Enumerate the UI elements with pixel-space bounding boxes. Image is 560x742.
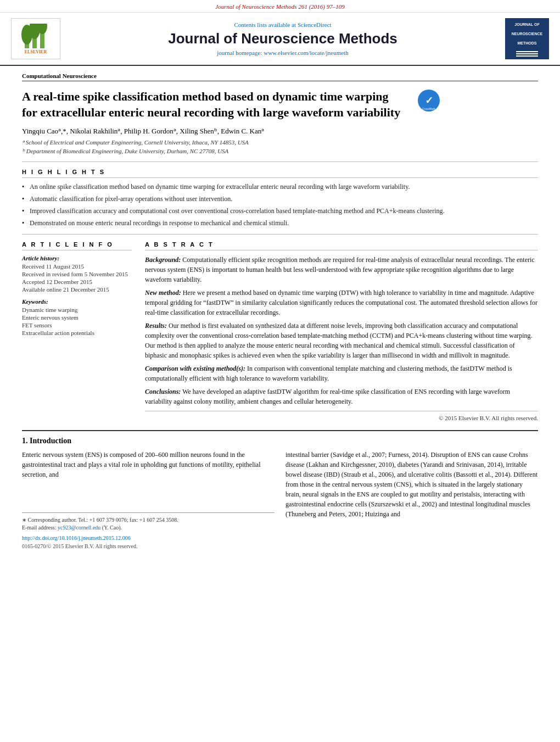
abstract-newmethod: New method: Here we present a method bas… <box>145 288 538 317</box>
elsevier-logo: ELSEVIER <box>11 18 60 59</box>
main-content: Computational Neuroscience A real-time s… <box>0 66 560 561</box>
two-col-section: A R T I C L E I N F O Article history: R… <box>22 241 538 421</box>
section-type: Computational Neuroscience <box>22 72 538 81</box>
conclusions-text: We have developed an adaptive fastDTW al… <box>145 388 510 405</box>
highlights-heading: H I G H L I G H T S <box>22 169 538 178</box>
journal-logo-lines <box>516 50 538 58</box>
intro-right-col: intestinal barrier (Savidge et al., 2007… <box>285 450 538 550</box>
title-crossmark-row: A real-time spike classification method … <box>22 86 538 127</box>
highlight-item-1: An online spike classification method ba… <box>22 182 538 192</box>
email-suffix: (Y. Cao). <box>102 525 122 531</box>
journal-homepage: journal homepage: www.elsevier.com/locat… <box>66 49 500 56</box>
footnote-email: E-mail address: yc923@cornell.edu (Y. Ca… <box>22 524 275 532</box>
journal-logo-line2: NEUROSCIENCE <box>509 29 545 38</box>
contents-available: Contents lists available at ScienceDirec… <box>66 21 500 28</box>
article-title: A real-time spike classification method … <box>22 89 406 120</box>
abstract-col: A B S T R A C T Background: Computationa… <box>145 241 538 421</box>
footnote-corresponding: ∗ Corresponding author. Tel.: +1 607 379… <box>22 516 275 524</box>
revised-date: Received in revised form 5 November 2015 <box>22 271 132 277</box>
elsevier-tree-icon <box>19 24 52 48</box>
affiliation-a: ᵃ School of Electrical and Computer Engi… <box>22 139 538 146</box>
keywords-label: Keywords: <box>22 298 132 305</box>
abstract-comparison: Comparison with existing method(s): In c… <box>145 364 538 383</box>
highlight-item-4: Demonstrated on mouse enteric neural rec… <box>22 219 538 228</box>
email-label: E-mail address: <box>22 525 56 531</box>
comparison-label: Comparison with existing method(s): <box>145 365 245 372</box>
newmethod-label: New method: <box>145 289 181 297</box>
footnote-section: ∗ Corresponding author. Tel.: +1 607 379… <box>22 512 275 550</box>
elsevier-label: ELSEVIER <box>25 49 47 54</box>
affiliation-b: ᵇ Department of Biomedical Engineering, … <box>22 148 538 155</box>
history-label: Article history: <box>22 255 132 261</box>
journal-logo: JOURNAL OF NEUROSCIENCE METHODS <box>505 18 549 59</box>
keyword-3: FET sensors <box>22 322 132 328</box>
abstract-text: Background: Computationally efficient sp… <box>145 255 538 406</box>
keyword-4: Extracellular action potentials <box>22 330 132 336</box>
sciencedirect-link[interactable]: ScienceDirect <box>298 21 332 28</box>
background-text: Computationally efficient spike recognit… <box>145 256 535 283</box>
top-bar: Journal of Neuroscience Methods 261 (201… <box>0 0 560 13</box>
copyright-line: © 2015 Elsevier B.V. All rights reserved… <box>145 411 538 421</box>
highlight-item-2: Automatic classification for pixel-array… <box>22 194 538 204</box>
abstract-results: Results: Our method is first evaluated o… <box>145 321 538 360</box>
header-center: Contents lists available at ScienceDirec… <box>66 21 500 56</box>
conclusions-label: Conclusions: <box>145 388 181 395</box>
authors: Yingqiu Caoᵃ,*, Nikolai Rakhilinᵃ, Phili… <box>22 127 538 136</box>
rights-line: 0165-0270/© 2015 Elsevier B.V. All right… <box>22 542 275 550</box>
available-date: Available online 21 December 2015 <box>22 286 132 293</box>
background-label: Background: <box>145 256 181 264</box>
results-label: Results: <box>145 322 167 330</box>
intro-two-col: Enteric nervous system (ENS) is composed… <box>22 450 538 550</box>
highlights-list: An online spike classification method ba… <box>22 182 538 227</box>
intro-heading: 1. Introduction <box>22 437 538 445</box>
highlight-item-3: Improved classification accuracy and com… <box>22 207 538 216</box>
received-date: Received 11 August 2015 <box>22 263 132 270</box>
journal-logo-line1: JOURNAL OF <box>512 20 541 29</box>
citation-text: Journal of Neuroscience Methods 261 (201… <box>215 3 344 10</box>
intro-left-col: Enteric nervous system (ENS) is composed… <box>22 450 275 550</box>
journal-logo-line3: METHODS <box>516 38 539 48</box>
journal-title: Journal of Neuroscience Methods <box>66 30 500 47</box>
crossmark-badge: ✓ CrossMark <box>417 89 440 112</box>
header-section: ELSEVIER Contents lists available at Sci… <box>0 13 560 66</box>
divider-2 <box>22 234 538 235</box>
svg-text:CrossMark: CrossMark <box>422 107 436 110</box>
intro-section: 1. Introduction Enteric nervous system (… <box>22 430 538 550</box>
keywords-section: Keywords: Dynamic time warping Enteric n… <box>22 298 132 336</box>
abstract-background: Background: Computationally efficient sp… <box>145 255 538 284</box>
svg-text:✓: ✓ <box>425 95 433 106</box>
intro-right-text: intestinal barrier (Savidge et al., 2007… <box>285 450 538 519</box>
abstract-conclusions: Conclusions: We have developed an adapti… <box>145 387 538 406</box>
newmethod-text: Here we present a method based on dynami… <box>145 289 537 316</box>
accepted-date: Accepted 12 December 2015 <box>22 278 132 285</box>
email-address[interactable]: yc923@cornell.edu <box>58 525 100 531</box>
keyword-2: Enteric nervous system <box>22 314 132 321</box>
results-text: Our method is first evaluated on synthes… <box>145 322 533 359</box>
intro-left-text: Enteric nervous system (ENS) is composed… <box>22 450 275 479</box>
divider-1 <box>22 161 538 162</box>
doi-line[interactable]: http://dx.doi.org/10.1016/j.jneumeth.201… <box>22 534 275 542</box>
keyword-1: Dynamic time warping <box>22 306 132 313</box>
article-info-heading: A R T I C L E I N F O <box>22 241 132 250</box>
article-info-col: A R T I C L E I N F O Article history: R… <box>22 241 132 421</box>
abstract-heading: A B S T R A C T <box>145 241 538 250</box>
homepage-link[interactable]: www.elsevier.com/locate/jneumeth <box>264 49 348 56</box>
